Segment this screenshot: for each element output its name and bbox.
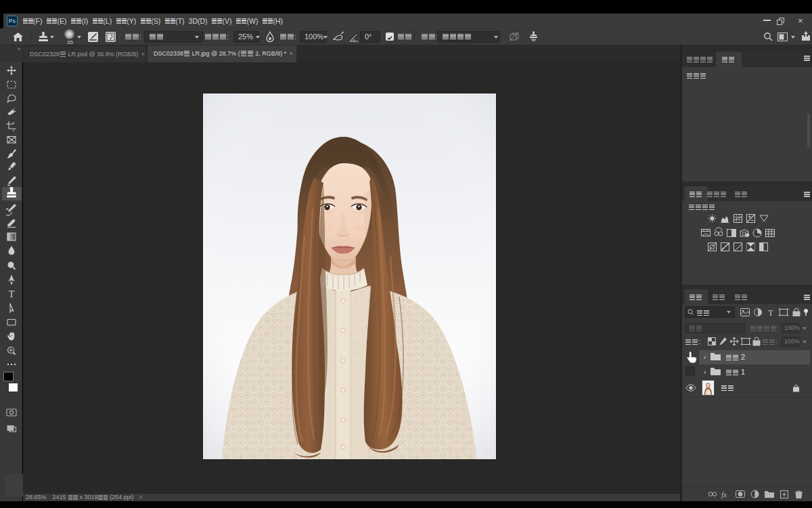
svg-text:T: T bbox=[9, 289, 15, 299]
svg-text:fx: fx bbox=[721, 490, 727, 499]
svg-text:T: T bbox=[768, 308, 773, 317]
